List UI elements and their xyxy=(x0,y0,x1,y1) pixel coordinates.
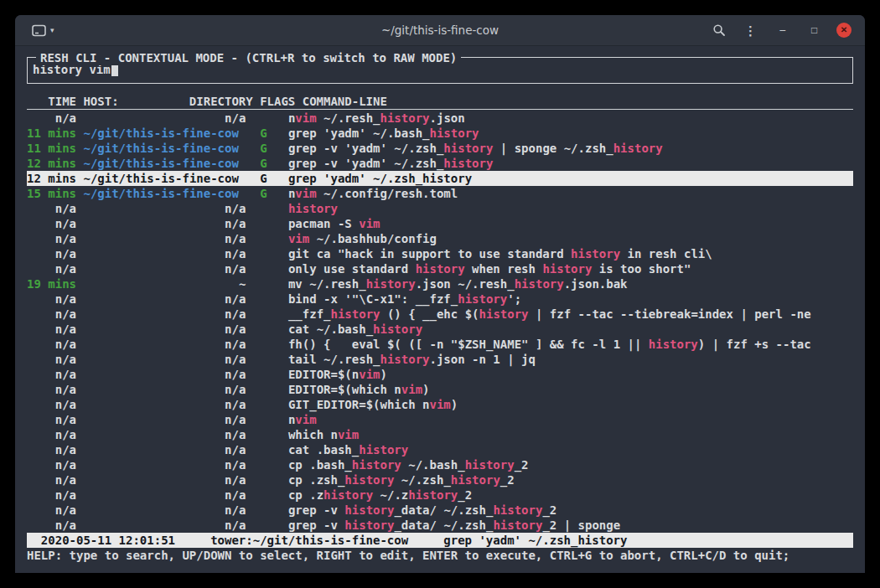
help-line: HELP: type to search, UP/DOWN to select,… xyxy=(27,548,853,563)
new-terminal-icon xyxy=(32,24,46,37)
maximize-button[interactable]: □ xyxy=(805,21,824,40)
history-list: n/a n/a nvim ~/.resh_history.json11 mins… xyxy=(27,111,853,533)
history-row[interactable]: 11 mins ~/git/this-is-fine-cow G grep -v… xyxy=(27,141,853,156)
history-row[interactable]: n/a n/a vim ~/.bashhub/config xyxy=(27,231,853,246)
history-row[interactable]: n/a n/a EDITOR=$(nvim) xyxy=(27,367,853,382)
titlebar[interactable]: ▾ ~/git/this-is-fine-cow ⋮ − □ xyxy=(15,15,865,46)
history-row[interactable]: n/a n/a cp .zhistory ~/.zhistory_2 xyxy=(27,487,853,503)
minimize-button[interactable]: − xyxy=(773,21,792,40)
history-row[interactable]: n/a n/a grep -v history_data/ ~/.zsh_his… xyxy=(27,518,853,533)
history-row[interactable]: n/a n/a bind -x '"\C-x1": __fzf_history'… xyxy=(27,291,853,307)
history-row[interactable]: n/a n/a cp .zsh_history ~/.zsh_history_2 xyxy=(27,472,853,487)
history-row[interactable]: n/a n/a pacman -S vim xyxy=(27,216,853,231)
history-row[interactable]: n/a n/a GIT_EDITOR=$(which nvim) xyxy=(27,397,853,412)
search-box-title: RESH CLI - CONTEXTUAL MODE - (CTRL+R to … xyxy=(36,50,461,65)
titlebar-right: ⋮ − □ ✕ xyxy=(709,21,852,40)
history-row[interactable]: n/a n/a fh() { eval $( ([ -n "$ZSH_NAME"… xyxy=(27,337,853,352)
window-title: ~/git/this-is-fine-cow xyxy=(381,23,499,37)
close-icon: ✕ xyxy=(841,26,847,34)
history-row[interactable]: n/a n/a grep -v history_data/ ~/.zsh_his… xyxy=(27,503,853,518)
history-row[interactable]: n/a n/a cat ~/.bash_history xyxy=(27,322,853,337)
history-row[interactable]: 11 mins ~/git/this-is-fine-cow G grep 'y… xyxy=(27,126,853,141)
history-row[interactable]: n/a n/a history xyxy=(27,201,853,216)
history-row[interactable]: n/a n/a __fzf_history () { __ehc $(histo… xyxy=(27,307,853,322)
history-row[interactable]: 15 mins ~/git/this-is-fine-cow G nvim ~/… xyxy=(27,186,853,201)
search-box: RESH CLI - CONTEXTUAL MODE - (CTRL+R to … xyxy=(27,57,853,84)
history-row[interactable]: 12 mins ~/git/this-is-fine-cow G grep -v… xyxy=(27,156,853,171)
history-row[interactable]: n/a n/a nvim ~/.resh_history.json xyxy=(27,111,853,126)
chevron-down-icon: ▾ xyxy=(50,27,54,34)
maximize-icon: □ xyxy=(811,25,817,35)
search-button[interactable] xyxy=(709,21,728,40)
new-terminal-button[interactable]: ▾ xyxy=(28,23,58,39)
history-row[interactable]: n/a n/a nvim xyxy=(27,412,853,427)
terminal-window: ▾ ~/git/this-is-fine-cow ⋮ − □ xyxy=(15,15,865,573)
close-button[interactable]: ✕ xyxy=(836,23,852,38)
table-header: TIME HOST: DIRECTORY FLAGS COMMAND-LINE xyxy=(27,94,853,110)
status-bar: 2020-05-11 12:01:51 tower:~/git/this-is-… xyxy=(27,533,853,548)
history-row[interactable]: 19 mins ~ mv ~/.resh_history.json ~/.res… xyxy=(27,276,853,291)
history-row[interactable]: n/a n/a only use standard history when r… xyxy=(27,261,853,276)
history-row[interactable]: n/a n/a tail ~/.resh_history.json -n 1 |… xyxy=(27,352,853,367)
terminal-content: RESH CLI - CONTEXTUAL MODE - (CTRL+R to … xyxy=(15,46,865,563)
history-row[interactable]: n/a n/a git ca "hack in support to use s… xyxy=(27,246,853,261)
history-row[interactable]: n/a n/a cat .bash_history xyxy=(27,442,853,457)
history-row[interactable]: n/a n/a cp .bash_history ~/.bash_history… xyxy=(27,457,853,472)
history-row[interactable]: n/a n/a EDITOR=$(which nvim) xyxy=(27,382,853,397)
kebab-menu-icon: ⋮ xyxy=(744,24,757,37)
minimize-icon: − xyxy=(779,24,785,36)
history-row[interactable]: 12 mins ~/git/this-is-fine-cow G grep 'y… xyxy=(27,171,853,186)
text-cursor xyxy=(111,64,118,76)
history-row[interactable]: n/a n/a which nvim xyxy=(27,427,853,442)
search-icon xyxy=(712,23,726,37)
titlebar-left: ▾ xyxy=(28,23,58,39)
menu-button[interactable]: ⋮ xyxy=(741,21,760,40)
